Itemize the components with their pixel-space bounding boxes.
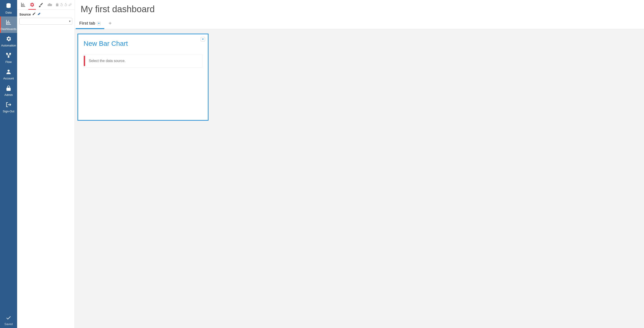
main-area: My first dashboard First tab New Bar Cha…: [75, 0, 644, 328]
toolbar-history-group: [54, 3, 73, 8]
cloud-icon: [47, 2, 52, 8]
nav-item-dashboards[interactable]: Dashboards: [0, 17, 17, 33]
nav-item-account[interactable]: Account: [0, 66, 17, 82]
lock-icon: [6, 85, 12, 92]
left-nav: Data Dashboards Automation Flow Account …: [0, 0, 17, 328]
clipboard-icon[interactable]: [56, 3, 59, 8]
tab-dropdown[interactable]: [97, 22, 101, 25]
check-icon: [6, 315, 12, 321]
widget-notice-text: Select the data source.: [89, 59, 126, 63]
dashboard-canvas[interactable]: New Bar Chart Select the data source.: [75, 29, 644, 328]
nav-item-flow[interactable]: Flow: [0, 49, 17, 66]
toolbar-style[interactable]: [37, 1, 45, 10]
saved-indicator: Saved: [0, 312, 17, 328]
bar-chart-icon: [20, 2, 26, 8]
svg-point-4: [8, 70, 10, 72]
nav-label: Flow: [6, 60, 12, 64]
nav-item-signout[interactable]: Sign-Out: [0, 99, 17, 115]
edit-icon[interactable]: [32, 12, 36, 17]
plus-icon: [108, 21, 112, 26]
database-icon: [6, 3, 12, 10]
nav-label: Dashboards: [1, 27, 16, 31]
toolbar-cloud[interactable]: [46, 1, 54, 10]
source-select[interactable]: [19, 18, 72, 25]
gear-icon: [29, 2, 35, 8]
nav-label: Automation: [1, 44, 16, 47]
widget-bar-chart[interactable]: New Bar Chart Select the data source.: [78, 34, 208, 121]
nav-label: Sign-Out: [3, 110, 14, 113]
svg-rect-2: [10, 53, 11, 55]
svg-rect-3: [8, 56, 10, 58]
tabs-row: First tab: [75, 18, 644, 29]
panel-toolbar: [17, 0, 74, 10]
undo-icon[interactable]: [60, 3, 63, 8]
source-select-wrap: ▾: [19, 18, 72, 25]
toolbar-chart-type[interactable]: [19, 1, 28, 10]
widget-menu[interactable]: [201, 37, 205, 42]
nav-label: Data: [6, 11, 12, 14]
tab-first[interactable]: First tab: [76, 18, 104, 29]
source-label-row: Source: [19, 12, 72, 17]
brush-icon: [38, 2, 44, 8]
dashboard-title[interactable]: My first dashboard: [80, 4, 638, 14]
nav-label: Admin: [4, 93, 13, 97]
svg-rect-1: [6, 53, 8, 55]
main-header: My first dashboard: [75, 0, 644, 18]
nav-item-automation[interactable]: Automation: [0, 33, 17, 49]
nav-item-data[interactable]: Data: [0, 0, 17, 17]
flow-icon: [6, 52, 12, 59]
source-label: Source: [19, 13, 31, 16]
nav-item-admin[interactable]: Admin: [0, 82, 17, 99]
add-tab-button[interactable]: [106, 20, 114, 27]
properties-panel: Source ▾: [17, 0, 75, 328]
bar-chart-icon: [6, 19, 12, 26]
toolbar-settings[interactable]: [28, 1, 36, 10]
swap-icon[interactable]: [68, 3, 72, 8]
widget-notice: Select the data source.: [84, 54, 202, 68]
user-icon: [6, 69, 12, 76]
sign-out-icon: [6, 101, 12, 109]
eraser-icon[interactable]: [37, 12, 41, 17]
nav-label: Account: [4, 77, 14, 80]
panel-body: Source ▾: [17, 10, 74, 27]
gears-icon: [6, 36, 12, 43]
widget-title: New Bar Chart: [84, 40, 202, 47]
tab-label: First tab: [79, 21, 95, 26]
saved-label: Saved: [4, 322, 13, 326]
redo-icon[interactable]: [64, 3, 68, 8]
